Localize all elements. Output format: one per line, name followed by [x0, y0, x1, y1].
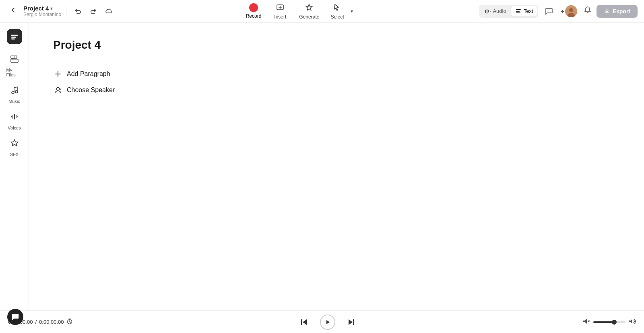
project-name: Project 4 — [23, 5, 49, 12]
text-mode-button[interactable]: Text — [511, 6, 537, 16]
svg-rect-26 — [353, 319, 354, 325]
playback-controls — [79, 314, 576, 330]
insert-icon — [276, 3, 285, 13]
center-toolbar: Record Insert Generate — [121, 0, 474, 22]
volume-increase-icon[interactable] — [629, 318, 636, 327]
svg-rect-18 — [11, 116, 12, 117]
header: Project 4 ▾ Sergio Montanino — [0, 0, 644, 23]
svg-rect-11 — [11, 35, 17, 36]
volume-thumb[interactable] — [612, 320, 617, 325]
undo-button[interactable] — [71, 5, 85, 17]
comment-button[interactable] — [541, 4, 557, 18]
record-dot-icon — [249, 3, 258, 12]
svg-rect-14 — [11, 56, 14, 58]
svg-rect-7 — [516, 12, 520, 13]
volume-slider[interactable] — [593, 321, 625, 323]
svg-rect-5 — [516, 9, 521, 10]
generate-label: Generate — [299, 14, 319, 20]
volume-decrease-icon[interactable] — [583, 318, 590, 327]
sfx-label: SFX — [10, 152, 19, 157]
avatar — [565, 5, 577, 17]
project-title: Project 4 — [53, 39, 620, 51]
bottom-bar: 0:00:00.00 / 0:00:00.00 — [0, 310, 644, 333]
svg-rect-2 — [487, 9, 487, 14]
redo-button[interactable] — [87, 5, 100, 17]
add-paragraph-row[interactable]: Add Paragraph — [53, 66, 620, 82]
export-label: Export — [613, 8, 630, 14]
sidebar-item-voices[interactable]: Voices — [2, 109, 27, 134]
project-name-chevron-icon: ▾ — [50, 6, 53, 11]
text-mode-label: Text — [524, 8, 533, 14]
chat-bubble-button[interactable] — [7, 309, 23, 325]
svg-rect-1 — [485, 10, 486, 13]
notifications-button[interactable] — [581, 4, 594, 18]
cloud-save-button[interactable] — [102, 5, 116, 17]
mode-toggle: Audio Text — [479, 5, 538, 18]
svg-rect-25 — [301, 319, 302, 325]
generate-button[interactable]: Generate — [293, 0, 325, 22]
svg-point-9 — [569, 8, 573, 12]
export-button[interactable]: Export — [597, 5, 638, 18]
svg-rect-22 — [17, 116, 18, 117]
sidebar-item-my-files[interactable]: My Files — [2, 51, 27, 80]
voices-icon — [10, 112, 19, 124]
header-actions: + — [541, 4, 638, 19]
sidebar-item-sfx[interactable]: SFX — [2, 135, 27, 160]
select-button-group: Select ▾ — [326, 0, 355, 22]
select-button[interactable]: Select — [326, 0, 348, 22]
sidebar-item-music[interactable]: Music — [2, 82, 27, 107]
my-files-label: My Files — [6, 68, 23, 77]
audio-mode-label: Audio — [493, 8, 506, 14]
svg-rect-13 — [11, 39, 14, 40]
svg-rect-21 — [16, 115, 17, 118]
insert-label: Insert — [274, 14, 286, 20]
total-time: 0:00:00.00 — [39, 319, 64, 325]
svg-rect-12 — [11, 37, 16, 38]
insert-button[interactable]: Insert — [268, 0, 292, 22]
svg-point-16 — [12, 91, 14, 94]
svg-rect-15 — [11, 59, 18, 62]
sidebar: My Files Music — [0, 23, 29, 310]
choose-speaker-label: Choose Speaker — [67, 86, 115, 94]
sfx-icon — [10, 138, 19, 150]
music-icon — [10, 85, 19, 97]
right-toolbar: Audio Text + — [479, 4, 638, 19]
project-name-row[interactable]: Project 4 ▾ — [23, 5, 61, 12]
svg-point-17 — [15, 90, 18, 93]
music-label: Music — [8, 99, 20, 104]
plus-icon: + — [561, 8, 564, 14]
audio-mode-button[interactable]: Audio — [480, 6, 510, 16]
main-area: My Files Music — [0, 23, 644, 310]
add-collaborator-button[interactable]: + — [559, 4, 578, 19]
svg-rect-19 — [12, 115, 13, 119]
svg-rect-4 — [490, 11, 491, 12]
play-button[interactable] — [320, 314, 335, 330]
time-separator: / — [35, 319, 37, 325]
svg-rect-3 — [488, 10, 489, 12]
add-paragraph-icon — [53, 70, 63, 78]
select-dropdown-button[interactable]: ▾ — [348, 6, 355, 16]
my-files-icon — [10, 54, 19, 66]
svg-rect-20 — [14, 114, 15, 119]
timer-icon — [66, 318, 73, 326]
app-logo[interactable] — [7, 29, 22, 44]
back-button[interactable] — [6, 5, 20, 17]
rewind-button[interactable] — [297, 316, 310, 329]
add-paragraph-label: Add Paragraph — [67, 70, 110, 78]
record-button[interactable]: Record — [240, 1, 267, 21]
voices-label: Voices — [8, 125, 21, 130]
project-owner: Sergio Montanino — [23, 12, 61, 17]
content-area: Project 4 Add Paragraph Choose Speaker — [29, 23, 644, 310]
fast-forward-button[interactable] — [345, 316, 358, 329]
header-divider — [66, 6, 66, 17]
choose-speaker-row[interactable]: Choose Speaker — [53, 82, 620, 98]
record-label: Record — [246, 13, 262, 19]
generate-icon — [305, 3, 314, 13]
header-left: Project 4 ▾ Sergio Montanino — [6, 5, 116, 17]
svg-rect-6 — [516, 11, 520, 12]
select-icon — [333, 3, 342, 13]
select-label: Select — [330, 14, 344, 20]
project-title-area: Project 4 ▾ Sergio Montanino — [23, 5, 61, 17]
history-buttons — [71, 5, 116, 17]
svg-point-23 — [57, 88, 60, 90]
